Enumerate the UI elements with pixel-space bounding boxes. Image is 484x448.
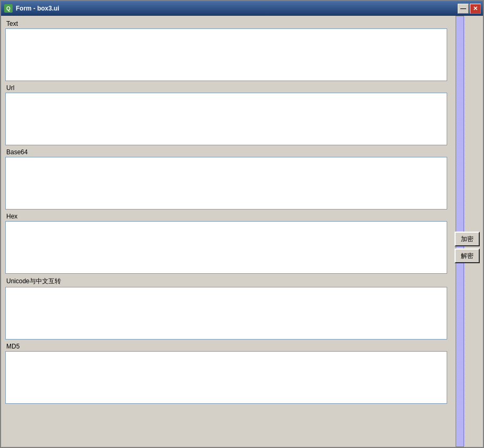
title-buttons: — ✕ (458, 4, 481, 14)
base64-group: Base64 (5, 148, 447, 210)
window-title: Form - box3.ui (16, 5, 59, 12)
unicode-textarea[interactable] (5, 287, 447, 340)
title-bar: Q Form - box3.ui — ✕ (1, 1, 483, 16)
text-label: Text (5, 20, 447, 27)
unicode-label: Unicode与中文互转 (5, 277, 447, 286)
md5-textarea[interactable] (5, 351, 447, 404)
decrypt-button[interactable]: 解密 (455, 248, 480, 263)
app-icon: Q (4, 4, 13, 13)
url-label: Url (5, 84, 447, 92)
close-button[interactable]: ✕ (470, 4, 481, 14)
md5-label: MD5 (5, 343, 447, 350)
hex-group: Hex (5, 213, 447, 274)
url-textarea[interactable] (5, 93, 447, 145)
minimize-button[interactable]: — (458, 4, 469, 14)
window-content: Text Url Base64 Hex (1, 16, 483, 447)
base64-label: Base64 (5, 148, 447, 156)
unicode-group: Unicode与中文互转 (5, 277, 447, 340)
text-textarea[interactable] (5, 28, 447, 81)
url-group: Url (5, 84, 447, 145)
base64-textarea[interactable] (5, 157, 447, 210)
title-bar-left: Q Form - box3.ui (4, 4, 59, 13)
main-window: Q Form - box3.ui — ✕ Text Url (0, 0, 484, 448)
right-panel: 加密 解密 (451, 16, 483, 447)
hex-label: Hex (5, 213, 447, 220)
text-group: Text (5, 20, 447, 81)
hex-textarea[interactable] (5, 221, 447, 274)
md5-group: MD5 (5, 343, 447, 404)
encrypt-button[interactable]: 加密 (455, 232, 480, 246)
main-area: Text Url Base64 Hex (1, 16, 451, 447)
